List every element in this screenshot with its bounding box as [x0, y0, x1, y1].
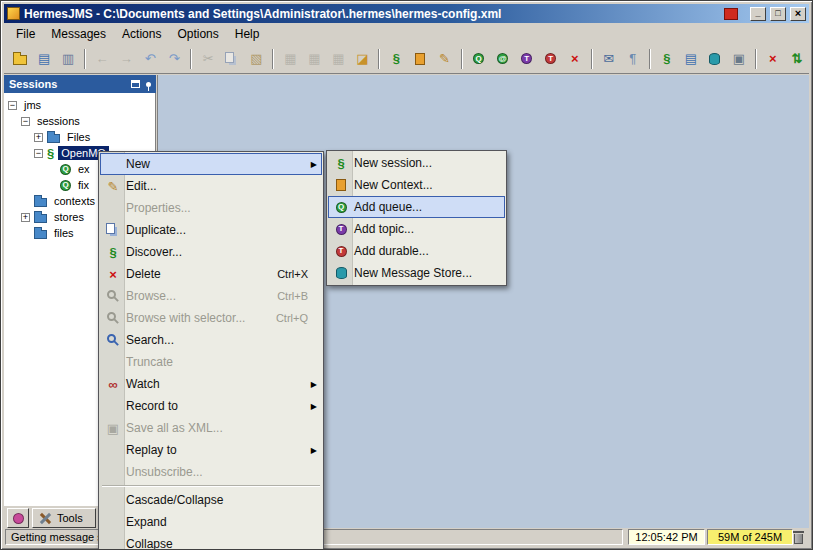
menu-item-new-message-store[interactable]: New Message Store...	[328, 262, 505, 284]
menu-item-discover[interactable]: §Discover...	[100, 241, 322, 263]
menu-item-expand[interactable]: Expand	[100, 511, 322, 533]
discover-icon[interactable]: §	[385, 47, 407, 71]
menu-item-properties[interactable]: Properties...	[100, 197, 322, 219]
close-button[interactable]: ×	[790, 7, 806, 21]
collapse-handle[interactable]: −	[8, 101, 17, 110]
menu-item-browse-with-selector[interactable]: Browse with selector...Ctrl+Q	[100, 307, 322, 329]
sessions-tab-icon	[13, 513, 24, 524]
menu-item-add-durable[interactable]: TAdd durable...	[328, 240, 505, 262]
tree-item-label: files	[51, 226, 77, 240]
menu-item-truncate[interactable]: Truncate	[100, 351, 322, 373]
menu-item-add-topic[interactable]: TAdd topic...	[328, 218, 505, 240]
database-icon[interactable]: ▥	[57, 47, 79, 71]
save-config-icon[interactable]: ▤	[33, 47, 55, 71]
trash-icon	[794, 534, 803, 544]
menu-item-new-session[interactable]: §New session...	[328, 152, 505, 174]
browse-queue-icon: @	[497, 53, 508, 64]
menu-item-icon-slot	[328, 267, 354, 279]
browse-queue-icon[interactable]: @	[492, 47, 514, 71]
truncate-grid-icon[interactable]: ▦	[327, 47, 349, 71]
menu-item-browse[interactable]: Browse...Ctrl+B	[100, 285, 322, 307]
tree-item-files[interactable]: +Files	[4, 129, 155, 145]
menu-bar: FileMessagesActionsOptionsHelp	[4, 23, 809, 44]
menu-item-new-context[interactable]: New Context...	[328, 174, 505, 196]
session-icon: §	[47, 147, 54, 160]
cut-icon[interactable]: ✂	[197, 47, 219, 71]
store-icon[interactable]	[704, 47, 726, 71]
menu-item-record-to[interactable]: Record to▶	[100, 395, 322, 417]
new-session-icon[interactable]: §	[656, 47, 678, 71]
redo-icon[interactable]: ↷	[163, 47, 185, 71]
sessions-tab[interactable]	[7, 508, 29, 528]
menu-item-save-all-as-xml[interactable]: ▣Save all as XML...	[100, 417, 322, 439]
menu-item-label: Watch	[126, 377, 160, 391]
undo-icon[interactable]: ↶	[139, 47, 161, 71]
menu-item-add-queue[interactable]: QAdd queue...	[328, 196, 505, 218]
monitor-icon[interactable]: ▣	[728, 47, 750, 71]
maximize-button[interactable]: □	[770, 7, 786, 21]
message-icon[interactable]: ✉	[598, 47, 620, 71]
menu-help[interactable]: Help	[227, 25, 268, 43]
collapse-handle[interactable]: −	[34, 149, 43, 158]
memory-text: 59M of 245M	[718, 531, 782, 543]
submenu-arrow-icon: ▶	[311, 446, 317, 455]
clear-icon[interactable]: ×	[762, 47, 784, 71]
comment-icon[interactable]: ¶	[622, 47, 644, 71]
memory-monitor[interactable]: 59M of 245M	[707, 529, 793, 545]
menu-item-search[interactable]: Search...	[100, 329, 322, 351]
menu-actions[interactable]: Actions	[114, 25, 169, 43]
float-panel-icon[interactable]	[131, 80, 140, 88]
browse-selector-grid-icon[interactable]: ▦	[303, 47, 325, 71]
edit-icon[interactable]: ✎	[434, 47, 456, 71]
menu-item-replay-to[interactable]: Replay to▶	[100, 439, 322, 461]
menu-item-icon-slot: ▣	[100, 422, 126, 435]
menu-item-collapse[interactable]: Collapse	[100, 533, 322, 550]
trash-button[interactable]	[790, 529, 806, 545]
title-bar[interactable]: HermesJMS - C:\Documents and Settings\Ad…	[4, 4, 809, 23]
browse-grid-icon[interactable]: ▦	[279, 47, 301, 71]
clock-text: 12:05:42 PM	[635, 531, 697, 543]
menu-item-shortcut: Ctrl+B	[261, 290, 308, 302]
new-context-icon[interactable]	[409, 47, 431, 71]
paste-icon: ▧	[250, 52, 262, 65]
truncate-grid-icon: ▦	[332, 52, 344, 65]
tree-item-jms[interactable]: −jms	[4, 97, 155, 113]
pin-panel-icon[interactable]	[146, 82, 151, 87]
menu-file[interactable]: File	[8, 25, 43, 43]
paste-icon[interactable]: ▧	[245, 47, 267, 71]
menu-options[interactable]: Options	[169, 25, 226, 43]
menu-item-watch[interactable]: ∞Watch▶	[100, 373, 322, 395]
context-menu: New▶✎Edit...Properties...Duplicate...§Di…	[98, 151, 324, 550]
tree-item-label: fix	[75, 178, 92, 192]
window-title: HermesJMS - C:\Documents and Settings\Ad…	[24, 7, 720, 21]
menu-messages[interactable]: Messages	[43, 25, 114, 43]
page-icon[interactable]: ▤	[680, 47, 702, 71]
tree-item-sessions[interactable]: −sessions	[4, 113, 155, 129]
copy-icon[interactable]	[221, 47, 243, 71]
tools-tab[interactable]: Tools	[32, 508, 96, 528]
add-durable-icon[interactable]: T	[540, 47, 562, 71]
expand-handle[interactable]: +	[34, 133, 43, 142]
add-queue-icon[interactable]: Q	[468, 47, 490, 71]
menu-item-new[interactable]: New▶	[100, 153, 322, 175]
open-config-icon[interactable]	[9, 47, 31, 71]
menu-item-edit[interactable]: ✎Edit...	[100, 175, 322, 197]
menu-item-delete[interactable]: ×DeleteCtrl+X	[100, 263, 322, 285]
refresh-icon: ⇅	[791, 52, 802, 65]
menu-item-unsubscribe[interactable]: Unsubscribe...	[100, 461, 322, 483]
wizard-icon[interactable]: ◪	[351, 47, 373, 71]
add-queue-icon: Q	[473, 53, 484, 64]
expand-handle[interactable]: +	[21, 213, 30, 222]
page-icon: ▤	[685, 52, 697, 65]
delete-icon[interactable]: ×	[564, 47, 586, 71]
forward-icon[interactable]: →	[115, 47, 137, 71]
add-topic-icon[interactable]: T	[516, 47, 538, 71]
minimize-button[interactable]: _	[750, 7, 766, 21]
menu-item-cascade-collapse[interactable]: Cascade/Collapse	[100, 489, 322, 511]
menu-item-duplicate[interactable]: Duplicate...	[100, 219, 322, 241]
back-icon[interactable]: ←	[91, 47, 113, 71]
store-icon	[709, 53, 720, 65]
collapse-handle[interactable]: −	[21, 117, 30, 126]
refresh-icon[interactable]: ⇅	[786, 47, 808, 71]
menu-item-label: New Context...	[354, 178, 433, 192]
